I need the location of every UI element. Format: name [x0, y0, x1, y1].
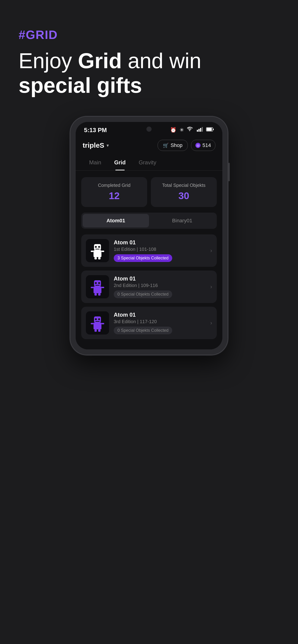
item-title: Atom 01	[114, 312, 206, 318]
header-section: #GRID Enjoy Grid and win special gifts	[19, 28, 279, 98]
list-item[interactable]: Atom 01 1st Edition | 101-108 3 Special …	[81, 234, 217, 267]
phone-mockup: 5:13 PM ⏰ ✳	[70, 116, 228, 355]
stats-row: Completed Grid 12 Total Special Objekts …	[81, 177, 217, 207]
alarm-icon: ⏰	[170, 127, 176, 133]
list-item[interactable]: Atom 01 3rd Edition | 117-120 0 Special …	[81, 307, 217, 339]
svg-point-18	[95, 282, 97, 284]
svg-rect-16	[94, 286, 101, 293]
total-special-label: Total Special Objekts	[155, 183, 212, 188]
nav-tabs: Main Grid Gravity	[76, 154, 222, 170]
svg-rect-0	[197, 130, 198, 132]
tab-main[interactable]: Main	[83, 154, 108, 170]
svg-rect-22	[101, 287, 104, 288]
svg-rect-5	[207, 128, 212, 131]
phone-shell: 5:13 PM ⏰ ✳	[70, 116, 228, 355]
svg-rect-23	[95, 293, 97, 296]
svg-rect-31	[101, 323, 104, 324]
svg-point-9	[95, 246, 97, 248]
filter-atom01[interactable]: Atom01	[83, 214, 149, 228]
tab-gravity[interactable]: Gravity	[132, 154, 163, 170]
svg-rect-1	[198, 129, 200, 132]
svg-rect-33	[98, 330, 101, 332]
avatar	[86, 311, 109, 334]
svg-point-19	[98, 282, 100, 284]
item-info: Atom 01 3rd Edition | 117-120 0 Special …	[114, 312, 206, 334]
header-actions: 🛒 Shop ◎ 514	[158, 140, 215, 151]
svg-rect-7	[94, 250, 101, 257]
svg-rect-14	[95, 257, 97, 260]
svg-rect-21	[91, 287, 94, 288]
points-icon: ◎	[195, 143, 200, 148]
svg-rect-30	[91, 323, 94, 324]
hero-title: Enjoy Grid and win special gifts	[19, 49, 279, 98]
shop-cart-icon: 🛒	[163, 142, 169, 148]
page-background: #GRID Enjoy Grid and win special gifts 5…	[0, 0, 298, 374]
signal-icon	[197, 127, 203, 133]
camera-notch	[146, 126, 152, 132]
svg-rect-32	[95, 330, 97, 332]
svg-rect-11	[95, 249, 100, 250]
hero-text-enjoy: Enjoy	[19, 49, 78, 72]
status-icons: ⏰ ✳	[170, 127, 214, 133]
completed-grid-value: 12	[86, 190, 143, 202]
item-subtitle: 2nd Edition | 109-116	[114, 283, 206, 288]
wifi-icon	[187, 127, 194, 133]
item-title: Atom 01	[114, 276, 206, 282]
svg-rect-25	[94, 322, 101, 330]
svg-rect-12	[91, 250, 94, 252]
svg-rect-13	[101, 250, 104, 252]
svg-rect-20	[95, 285, 100, 286]
total-special-card: Total Special Objekts 30	[151, 177, 217, 207]
svg-rect-24	[98, 293, 101, 296]
item-info: Atom 01 2nd Edition | 109-116 0 Special …	[114, 276, 206, 298]
completed-grid-label: Completed Grid	[86, 183, 143, 188]
points-button[interactable]: ◎ 514	[191, 140, 215, 151]
hero-text-special-gifts: special gifts	[19, 74, 142, 97]
avatar	[86, 239, 109, 262]
status-time: 5:13 PM	[84, 126, 107, 134]
points-value: 514	[202, 142, 211, 148]
item-badge: 3 Special Objekts Collected	[114, 254, 172, 262]
bluetooth-icon: ✳	[180, 127, 184, 133]
shop-button[interactable]: 🛒 Shop	[158, 140, 188, 151]
tab-grid[interactable]: Grid	[108, 154, 132, 170]
hashtag-label: #GRID	[19, 28, 279, 42]
svg-rect-15	[98, 257, 101, 260]
shop-label: Shop	[171, 142, 182, 148]
svg-point-27	[95, 318, 97, 320]
item-subtitle: 1st Edition | 101-108	[114, 247, 206, 252]
chevron-right-icon: ›	[210, 320, 212, 326]
filter-tabs: Atom01 Binary01	[81, 212, 217, 229]
brand-chevron-icon: ▾	[107, 142, 109, 148]
svg-rect-6	[213, 129, 214, 130]
brand-name: tripleS	[83, 142, 104, 149]
hero-text-and-win: and win	[122, 49, 201, 72]
phone-screen: 5:13 PM ⏰ ✳	[76, 122, 222, 349]
list-item[interactable]: Atom 01 2nd Edition | 109-116 0 Special …	[81, 270, 217, 303]
filter-binary01[interactable]: Binary01	[149, 214, 215, 228]
total-special-value: 30	[155, 190, 212, 202]
svg-rect-29	[95, 321, 100, 322]
item-badge: 0 Special Objekts Collected	[114, 290, 172, 298]
hero-text-grid: Grid	[78, 49, 122, 72]
item-info: Atom 01 1st Edition | 101-108 3 Special …	[114, 239, 206, 262]
svg-rect-2	[200, 128, 201, 132]
completed-grid-card: Completed Grid 12	[81, 177, 147, 207]
phone-side-button	[228, 163, 230, 181]
item-subtitle: 3rd Edition | 117-120	[114, 319, 206, 324]
app-content: Completed Grid 12 Total Special Objekts …	[76, 170, 222, 349]
chevron-right-icon: ›	[210, 247, 212, 254]
svg-point-28	[98, 318, 100, 320]
avatar	[86, 275, 109, 298]
item-title: Atom 01	[114, 239, 206, 246]
svg-point-10	[98, 246, 100, 248]
chevron-right-icon: ›	[210, 284, 212, 290]
svg-rect-3	[202, 127, 203, 132]
app-header: tripleS ▾ 🛒 Shop ◎ 514	[76, 136, 222, 154]
item-badge: 0 Special Objekts Collected	[114, 327, 172, 334]
app-brand[interactable]: tripleS ▾	[83, 142, 109, 149]
battery-icon	[206, 127, 214, 133]
